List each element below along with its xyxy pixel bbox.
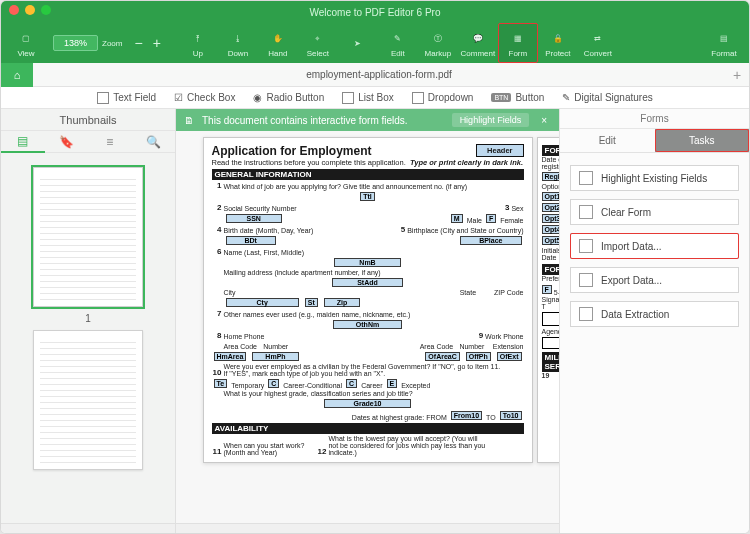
markup-tool-button[interactable]: ⓉMarkup	[419, 24, 457, 62]
signature-tool[interactable]: ✎Digital Signatures	[562, 92, 652, 103]
field-zip[interactable]: Zip	[324, 298, 361, 307]
field-opt5[interactable]: Opt5	[542, 236, 560, 245]
field-to[interactable]: To10	[500, 411, 522, 420]
document-viewport: 🗎 This document contains interactive for…	[176, 109, 559, 533]
bookmarks-tab[interactable]: 🔖	[45, 135, 89, 149]
field-cc[interactable]: C	[268, 379, 279, 388]
forms-panel-header: Forms	[560, 109, 749, 129]
arrow-tool-button[interactable]: ➤	[339, 24, 377, 62]
field-career[interactable]: C	[346, 379, 357, 388]
thumbnails-tab[interactable]: ▤	[1, 131, 45, 153]
titlebar: Welcome to PDF Editor 6 Pro	[1, 1, 749, 23]
field-regdate[interactable]: RegD	[542, 172, 560, 181]
info-icon: 🗎	[184, 115, 194, 126]
header-field[interactable]: Header	[476, 144, 523, 157]
new-tab-button[interactable]: +	[725, 67, 749, 83]
field-birthplace[interactable]: BPlace	[460, 236, 521, 245]
field-ssn[interactable]: SSN	[226, 214, 282, 223]
field-othernames[interactable]: OthNm	[333, 320, 402, 329]
sidebar-tabs: ▤ 🔖 ≡ 🔍	[1, 131, 175, 153]
view-icon: ▢	[22, 29, 30, 49]
list-tab[interactable]: ≡	[88, 135, 132, 149]
task-data-extraction[interactable]: Data Extraction	[570, 301, 739, 327]
field-male[interactable]: M	[451, 214, 463, 223]
zoom-control[interactable]: 138% Zoom	[47, 35, 128, 51]
page-down-button[interactable]: ⭳Down	[219, 24, 257, 62]
field-title[interactable]: Ttl	[360, 192, 375, 201]
signature-icon: ✎	[562, 92, 570, 103]
radio-tool[interactable]: ◉Radio Button	[253, 92, 324, 103]
edit-tool-button[interactable]: ✎Edit	[379, 24, 417, 62]
sidebar-scrollbar[interactable]	[1, 523, 175, 533]
field-state[interactable]: St	[305, 298, 318, 307]
main-area: Thumbnails ▤ 🔖 ≡ 🔍 1 🗎 This document con…	[1, 109, 749, 533]
dropdown-tool[interactable]: Dropdown	[412, 92, 474, 104]
listbox-tool[interactable]: List Box	[342, 92, 394, 104]
maximize-window-icon[interactable]	[41, 5, 51, 15]
zoom-out-button[interactable]: −	[130, 35, 146, 51]
field-hmarea[interactable]: HmArea	[214, 352, 247, 361]
tab-tasks[interactable]: Tasks	[655, 129, 750, 153]
field-city[interactable]: Cty	[226, 298, 299, 307]
tasks-list: Highlight Existing Fields Clear Form Imp…	[560, 153, 749, 339]
checkbox-tool[interactable]: ☑Check Box	[174, 92, 235, 103]
close-window-icon[interactable]	[9, 5, 19, 15]
field-5pt[interactable]: F	[542, 285, 552, 294]
field-excepted[interactable]: E	[387, 379, 398, 388]
forms-panel: Forms Edit Tasks Highlight Existing Fiel…	[559, 109, 749, 533]
highlight-fields-button[interactable]: Highlight Fields	[452, 113, 530, 127]
textfield-tool[interactable]: Text Field	[97, 92, 156, 104]
comment-tool-button[interactable]: 💬Comment	[459, 24, 497, 62]
task-highlight-fields[interactable]: Highlight Existing Fields	[570, 165, 739, 191]
field-address[interactable]: StAdd	[332, 278, 403, 287]
notice-text: This document contains interactive form …	[202, 115, 408, 126]
thumbnail-list: 1	[1, 153, 175, 523]
document-scroll[interactable]: Header Application for Employment Read t…	[176, 131, 559, 523]
field-opt4[interactable]: Opt4	[542, 225, 560, 234]
field-temp[interactable]: Te	[214, 379, 228, 388]
hand-tool-button[interactable]: ✋Hand	[259, 24, 297, 62]
field-opt3[interactable]: Opt3	[542, 214, 560, 223]
view-button[interactable]: ▢ View	[7, 24, 45, 62]
field-hmph[interactable]: HmPh	[252, 352, 298, 361]
field-grade[interactable]: Grade10	[324, 399, 410, 408]
tab-edit[interactable]: Edit	[560, 129, 655, 153]
button-tool[interactable]: BTNButton	[491, 92, 544, 103]
field-opt1[interactable]: Opt1	[542, 192, 560, 201]
home-tab[interactable]: ⌂	[1, 63, 33, 87]
field-opt2[interactable]: Opt2	[542, 203, 560, 212]
field-ofph[interactable]: OffPh	[466, 352, 491, 361]
field-from[interactable]: From10	[451, 411, 482, 420]
task-import-data[interactable]: Import Data...	[570, 233, 739, 259]
task-clear-form[interactable]: Clear Form	[570, 199, 739, 225]
field-name[interactable]: NmB	[334, 258, 400, 267]
button-icon: BTN	[491, 93, 511, 102]
close-notice-button[interactable]: ×	[537, 115, 551, 126]
zoom-value[interactable]: 138%	[53, 35, 98, 51]
task-export-data[interactable]: Export Data...	[570, 267, 739, 293]
search-tab[interactable]: 🔍	[132, 135, 176, 149]
protect-tool-button[interactable]: 🔒Protect	[539, 24, 577, 62]
document-tab[interactable]: employment-application-form.pdf	[33, 69, 725, 80]
field-ofareac[interactable]: OfAreaC	[425, 352, 459, 361]
format-tool-button[interactable]: ▤Format	[705, 24, 743, 62]
thumbnail-page-2[interactable]	[33, 330, 143, 470]
section-general: GENERAL INFORMATION	[212, 169, 524, 180]
interactive-fields-notice: 🗎 This document contains interactive for…	[176, 109, 559, 131]
form-tool-button[interactable]: ▦Form	[499, 24, 537, 62]
field-ofext[interactable]: OfExt	[497, 352, 522, 361]
section-availability: AVAILABILITY	[212, 423, 524, 434]
page-up-button[interactable]: ⭱Up	[179, 24, 217, 62]
minimize-window-icon[interactable]	[25, 5, 35, 15]
tab-strip: ⌂ employment-application-form.pdf +	[1, 63, 749, 87]
thumbnails-panel: Thumbnails ▤ 🔖 ≡ 🔍 1	[1, 109, 176, 533]
select-tool-button[interactable]: ⌖Select	[299, 24, 337, 62]
field-birthdate[interactable]: BDt	[226, 236, 276, 245]
thumbnail-page-1[interactable]	[33, 167, 143, 307]
zoom-in-button[interactable]: +	[149, 35, 165, 51]
field-female[interactable]: F	[486, 214, 496, 223]
thumbnail-label-1: 1	[85, 313, 91, 324]
document-h-scrollbar[interactable]	[176, 523, 559, 533]
convert-tool-button[interactable]: ⇄Convert	[579, 24, 617, 62]
thumbnails-header: Thumbnails	[1, 109, 175, 131]
